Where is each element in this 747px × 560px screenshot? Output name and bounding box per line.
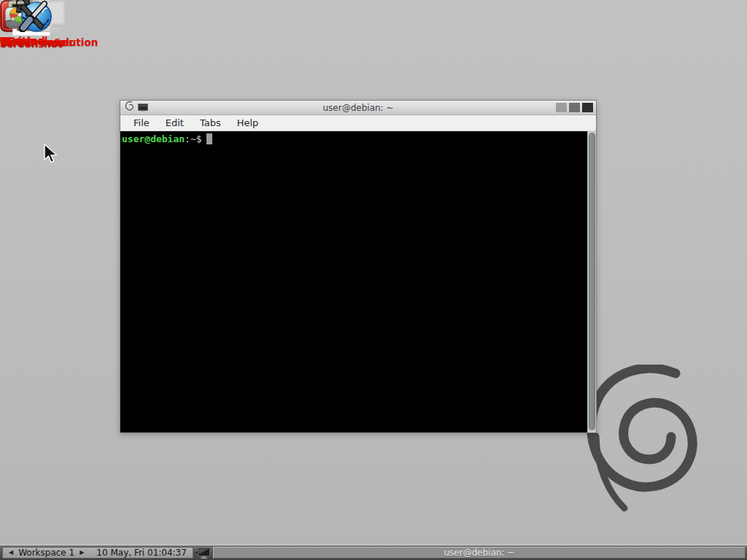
terminal-mini-icon <box>138 101 148 114</box>
debian-swirl-watermark <box>581 365 706 512</box>
menu-edit[interactable]: Edit <box>161 116 188 130</box>
terminal-screen[interactable]: user@debian:~$ <box>120 131 596 432</box>
debian-swirl-icon <box>125 101 134 114</box>
taskbar-task-terminal[interactable]: user@debian: ~ <box>213 547 746 559</box>
terminal-scrollbar[interactable] <box>587 131 596 432</box>
menu-help[interactable]: Help <box>233 116 263 130</box>
taskbar: ◀ Workspace 1 ▶ 10 May, Fri 01:04:37 ◀ ▶… <box>0 545 747 560</box>
icon-label: Network config <box>0 36 66 47</box>
clock: 10 May, Fri 01:04:37 <box>96 548 187 558</box>
tools-icon <box>16 0 50 32</box>
prompt-user-host: user@debian <box>122 133 185 144</box>
desktop-icon-network-config[interactable]: Network config <box>0 0 66 47</box>
workspace-prev-arrow-icon[interactable]: ◀ <box>7 548 15 558</box>
minimize-button[interactable] <box>556 103 567 112</box>
maximize-button[interactable] <box>569 103 580 112</box>
terminal-window[interactable]: user@debian: ~ File Edit Tabs Help user@… <box>120 100 597 433</box>
workspace-pager: ◀ Workspace 1 ▶ 10 May, Fri 01:04:37 ◀ ▶ <box>2 547 193 559</box>
scrollbar-thumb[interactable] <box>589 133 595 430</box>
task-label: user@debian: ~ <box>444 548 515 558</box>
workspace-next-arrow-icon[interactable]: ▶ <box>77 548 86 558</box>
menu-file[interactable]: File <box>129 116 154 130</box>
mouse-cursor <box>42 143 58 165</box>
show-desktop-monitor-icon[interactable] <box>196 547 212 559</box>
menu-tabs[interactable]: Tabs <box>196 116 225 130</box>
close-button[interactable] <box>582 103 593 112</box>
terminal-menubar: File Edit Tabs Help <box>120 115 596 131</box>
window-titlebar[interactable]: user@debian: ~ <box>120 101 596 115</box>
workspace-label: Workspace 1 <box>15 548 77 558</box>
shell-prompt: user@debian:~$ <box>120 131 596 145</box>
prompt-symbol: $ <box>196 133 202 144</box>
text-cursor <box>206 133 212 144</box>
prompt-path: ~ <box>190 133 196 144</box>
window-title: user@debian: ~ <box>120 103 596 113</box>
prompt-colon: : <box>185 133 190 144</box>
